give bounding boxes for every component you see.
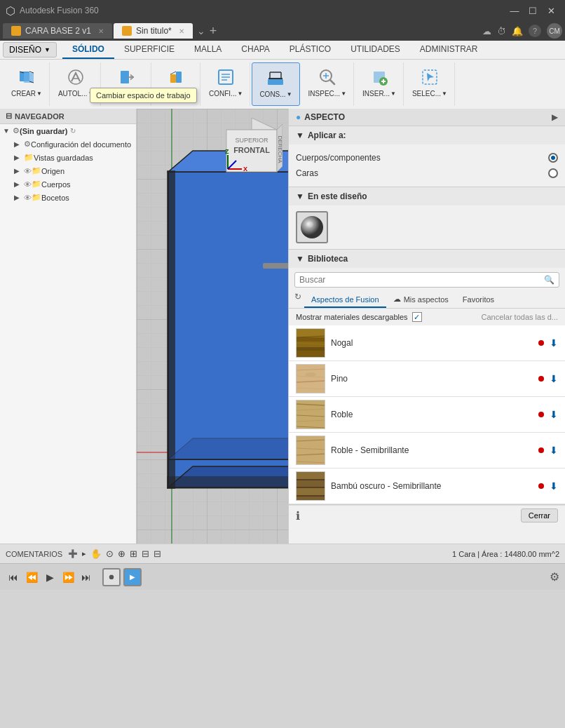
material-bambu[interactable]: Bambú oscuro - Semibrillante ⬇ xyxy=(289,469,565,504)
svg-text:FRONTAL: FRONTAL xyxy=(233,146,270,154)
eye-icon-bocetos[interactable]: 👁 xyxy=(24,194,32,202)
lib-tab-my[interactable]: ☁ Mis aspectos xyxy=(386,292,456,308)
minimize-button[interactable]: — xyxy=(506,4,523,18)
eye-icon-cuerpos[interactable]: 👁 xyxy=(24,180,32,189)
material-roble-semi[interactable]: Roble - Semibrillante ⬇ xyxy=(289,433,565,469)
tab-overflow-button[interactable]: ⌄ xyxy=(197,25,205,36)
orbit-icon[interactable]: ⊙ xyxy=(106,548,114,559)
ribbon-group-cons: CONS... ▼ xyxy=(252,62,299,106)
tab-chapa[interactable]: CHAPA xyxy=(231,41,279,59)
skip-back-button[interactable]: ⏮ xyxy=(6,569,21,585)
lib-tab-favorites[interactable]: Favoritos xyxy=(456,292,501,308)
viewport-cube[interactable]: FRONTAL SUPERIOR DERECHA X Z xyxy=(221,114,282,176)
design-material-thumb[interactable] xyxy=(296,211,328,243)
nav-icons-root: ⚙ xyxy=(13,126,20,135)
cancel-all-link[interactable]: Cancelar todas las d... xyxy=(482,313,558,321)
comments-label: COMENTARIOS xyxy=(6,550,62,558)
help-icon[interactable]: ? xyxy=(529,25,541,37)
active-button[interactable]: ▶ xyxy=(123,568,142,586)
pino-download[interactable]: ⬇ xyxy=(550,373,558,384)
eye-icon-origen[interactable]: 👁 xyxy=(24,167,32,175)
nav-item-root[interactable]: ▼ ⚙ (Sin guardar) ↻ xyxy=(0,124,136,137)
record-button[interactable]: ⏺ xyxy=(102,568,121,586)
cloud-icon[interactable]: ☁ xyxy=(482,26,491,36)
ribbon-group-selec: SELEC... ▼ xyxy=(405,62,455,106)
roble-download[interactable]: ⬇ xyxy=(550,409,558,420)
skip-forward-button[interactable]: ⏭ xyxy=(79,569,94,585)
tab-plastico[interactable]: PLÁSTICO xyxy=(280,41,341,59)
nogal-download[interactable]: ⬇ xyxy=(550,337,558,349)
nav-item-vistas[interactable]: ▶ 📁 Vistas guardadas xyxy=(0,151,136,164)
settings-gear-icon[interactable]: ⚙ xyxy=(550,570,559,584)
radio-bodies[interactable] xyxy=(548,153,558,163)
material-nogal[interactable]: Nogal ⬇ xyxy=(289,325,565,361)
maximize-button[interactable]: ☐ xyxy=(524,4,541,18)
tab-sintitulo-close[interactable]: ✕ xyxy=(179,27,184,35)
user-avatar[interactable]: CM xyxy=(547,23,562,39)
svg-rect-60 xyxy=(297,342,325,347)
prev-button[interactable]: ⏪ xyxy=(24,569,39,585)
door-3d xyxy=(154,130,288,537)
design-button[interactable]: DISEÑO ▼ xyxy=(3,42,57,58)
roble-semi-download[interactable]: ⬇ xyxy=(550,445,558,456)
play-button[interactable]: ▶ xyxy=(42,569,57,585)
svg-rect-9 xyxy=(176,72,182,83)
close-button[interactable]: Cerrar xyxy=(521,508,558,523)
lib-tab-fusion-label: Aspectos de Fusion xyxy=(311,295,379,304)
refresh-icon[interactable]: ↻ xyxy=(294,292,301,308)
autol-label: AUTOL... ▼ xyxy=(58,90,93,97)
selec-button[interactable]: SELEC... ▼ xyxy=(409,64,450,100)
bottom-tools: ➕ ▸ ✋ ⊙ ⊕ ⊞ ⊟ ⊟ xyxy=(68,548,161,559)
navigator-title: NAVEGADOR xyxy=(15,112,64,121)
material-pino[interactable]: Pino ⬇ xyxy=(289,361,565,397)
tab-add-button[interactable]: + xyxy=(210,24,217,39)
inser-button[interactable]: INSER... ▼ xyxy=(360,64,399,100)
info-icon: ℹ xyxy=(296,509,300,523)
tab-utilidades[interactable]: UTILIDADES xyxy=(341,41,410,59)
close-button[interactable]: ✕ xyxy=(543,4,559,18)
search-input[interactable] xyxy=(299,275,544,285)
svg-rect-88 xyxy=(297,488,325,495)
search-bar[interactable]: 🔍 xyxy=(294,272,559,288)
show-downloadable-checkbox[interactable]: ✓ xyxy=(412,312,422,322)
tab-solido[interactable]: SÓLIDO xyxy=(62,41,114,59)
display-icon[interactable]: ⊟ xyxy=(154,548,161,559)
apply-to-header[interactable]: ▼ Aplicar a: xyxy=(289,126,565,144)
crear-button[interactable]: CREAR ▼ xyxy=(8,64,45,100)
next-button[interactable]: ⏩ xyxy=(60,569,76,585)
nav-item-config[interactable]: ▶ ⚙ Configuración del documento xyxy=(0,137,136,151)
notifications-icon[interactable]: 🔔 xyxy=(512,26,523,36)
history-icon[interactable]: ⏱ xyxy=(497,26,506,36)
status-text: 1 Cara | Área : 14480.00 mm^2 xyxy=(452,550,559,558)
viewport[interactable]: FRONTAL SUPERIOR DERECHA X Z xyxy=(137,109,288,544)
nav-item-cuerpos[interactable]: ▶ 👁 📁 Cuerpos xyxy=(0,177,136,191)
materials-list: Nogal ⬇ xyxy=(289,325,565,504)
panel-expand-icon[interactable]: ▶ xyxy=(552,112,558,122)
nav-item-origen[interactable]: ▶ 👁 📁 Origen xyxy=(0,164,136,177)
zoom-icon[interactable]: ⊕ xyxy=(118,548,125,559)
play-icon[interactable]: ▸ xyxy=(82,549,86,558)
radio-faces[interactable] xyxy=(548,168,558,178)
tab-carabase-close[interactable]: ✕ xyxy=(98,27,104,35)
tab-administrar[interactable]: ADMINISTRAR xyxy=(410,41,488,59)
tab-carabase[interactable]: CARA BASE 2 v1 ✕ xyxy=(3,23,112,39)
grid-icon[interactable]: ⊟ xyxy=(142,548,149,559)
hand-icon[interactable]: ✋ xyxy=(90,548,102,559)
navigator-collapse-icon[interactable]: ⊟ xyxy=(6,112,12,121)
tab-superficie[interactable]: SUPERFICIE xyxy=(114,41,184,59)
add-icon[interactable]: ➕ xyxy=(68,549,78,558)
confi-button[interactable]: CONFI... ▼ xyxy=(206,64,245,100)
cons-button[interactable]: CONS... ▼ xyxy=(257,65,294,100)
nav-item-bocetos[interactable]: ▶ 👁 📁 Bocetos xyxy=(0,191,136,204)
library-header[interactable]: ▼ Biblioteca xyxy=(289,250,565,268)
tab-malla[interactable]: MALLA xyxy=(184,41,231,59)
ribbon-tab-bar: DISEÑO ▼ SÓLIDO SUPERFICIE MALLA CHAPA P… xyxy=(0,41,565,60)
nav-arrow-bocetos: ▶ xyxy=(14,194,24,201)
bambu-download[interactable]: ⬇ xyxy=(550,480,558,492)
material-roble[interactable]: Roble ⬇ xyxy=(289,397,565,433)
tab-sintitulo[interactable]: Sin titulo* ✕ xyxy=(114,23,193,39)
view-icon[interactable]: ⊞ xyxy=(130,548,137,559)
inspec-button[interactable]: INSPEC... ▼ xyxy=(306,64,350,100)
in-design-header[interactable]: ▼ En este diseño xyxy=(289,187,565,205)
lib-tab-fusion[interactable]: Aspectos de Fusion xyxy=(304,292,386,308)
